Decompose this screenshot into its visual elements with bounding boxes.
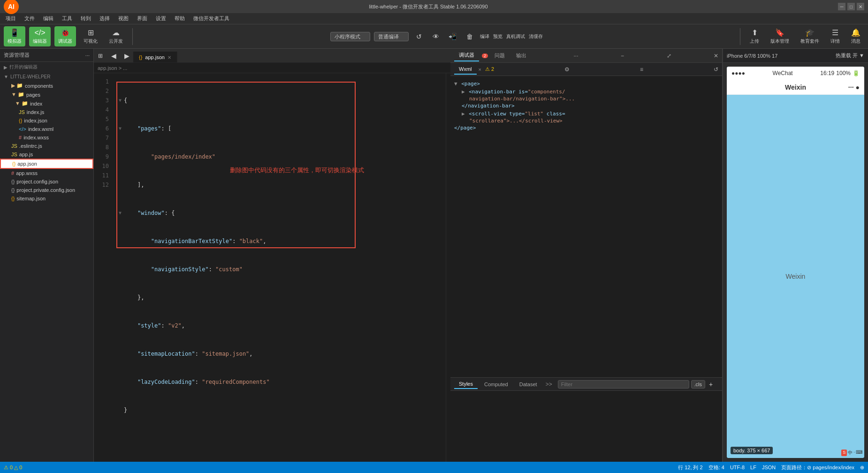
menu-file[interactable]: 文件 [21, 14, 38, 23]
collapse-4[interactable] [116, 181, 124, 189]
tab-close-button[interactable]: ✕ [168, 55, 171, 60]
collapse-9[interactable] [116, 322, 124, 329]
collapse-2[interactable]: ▼ [116, 125, 124, 132]
statusbar-encoding[interactable]: UTF-8 [730, 465, 745, 470]
menu-select[interactable]: 选择 [96, 14, 114, 23]
menu-edit[interactable]: 编辑 [39, 14, 57, 23]
statusbar-spaces[interactable]: 空格: 4 [708, 464, 724, 471]
sidebar-item-index-folder[interactable]: ▼ 📁 index [0, 99, 93, 108]
preview-icon-button[interactable]: 👁 [429, 30, 442, 43]
editor-content[interactable]: 1 2 3 4 5 6 7 8 9 10 11 12 ▼ [94, 73, 450, 462]
clear-cache-button[interactable]: 🗑 [463, 30, 476, 43]
wxml-settings-icon[interactable]: ⚙ [564, 66, 570, 73]
sidebar-item-index-js[interactable]: JS index.js [0, 108, 93, 116]
statusbar-zoom[interactable]: ⊕ [860, 465, 864, 471]
wxml-list-icon[interactable]: ≡ [640, 66, 643, 73]
styles-tab-dataset[interactable]: Dataset [515, 380, 542, 389]
close-button[interactable]: ✕ [857, 3, 864, 10]
code-content[interactable]: ▼ { ▼ "pages": [ "pages/index/index" [113, 73, 446, 462]
nav-forward-button[interactable]: ▶ [120, 49, 133, 62]
sidebar-item-app-js[interactable]: JS app.js [0, 150, 93, 159]
sidebar-item-pages[interactable]: ▼ 📁 pages [0, 90, 93, 99]
collapse-1[interactable]: ▼ [116, 97, 124, 104]
wxml-refresh-icon[interactable]: ↺ [714, 66, 718, 73]
cloud-button[interactable]: ☁ 云开发 [105, 26, 127, 46]
edu-button[interactable]: 🎓 教育套件 [797, 26, 823, 46]
debugger-tab-output[interactable]: 输出 [511, 50, 531, 61]
wxml-tab[interactable]: Wxml [454, 64, 477, 75]
tree-page-close[interactable]: </page> [454, 124, 718, 132]
compile-select[interactable]: 普通编译 [374, 32, 409, 41]
collapse-8[interactable] [116, 294, 124, 301]
mode-select[interactable]: 小程序模式 [330, 32, 370, 41]
debugger-button[interactable]: 🐞 调试器 [54, 26, 76, 46]
minimize-button[interactable]: ─ [838, 3, 845, 10]
styles-more-icon[interactable]: >> [546, 381, 552, 388]
sidebar-more-icon[interactable]: ··· [85, 53, 90, 58]
refresh-button[interactable]: ↺ [412, 30, 426, 43]
titlebar-controls[interactable]: ─ □ ✕ [838, 3, 864, 10]
statusbar-format[interactable]: JSON [762, 465, 776, 470]
simulator-button[interactable]: 📱 模拟器 [4, 26, 25, 46]
cls-button[interactable]: .cls [691, 380, 706, 389]
statusbar-line-col[interactable]: 行 12, 列 2 [678, 464, 703, 471]
wxml-tab-close[interactable]: × [479, 67, 481, 72]
real-debug-button[interactable]: 📲 [446, 30, 459, 43]
split-editor-button[interactable]: ⊞ [94, 49, 107, 62]
statusbar-line-ending[interactable]: LF [750, 465, 756, 470]
menu-interface[interactable]: 界面 [133, 14, 151, 23]
debugger-minimize-button[interactable]: − [621, 53, 624, 59]
collapse-10[interactable] [116, 350, 124, 358]
collapse-6[interactable] [116, 237, 124, 245]
collapse-12[interactable] [116, 406, 124, 414]
styles-tab-styles[interactable]: Styles [454, 380, 478, 389]
code-editor[interactable]: 1 2 3 4 5 6 7 8 9 10 11 12 ▼ [94, 73, 446, 462]
sidebar-item-app-json[interactable]: {} app.json [0, 159, 93, 169]
sidebar-item-index-json[interactable]: {} index.json [0, 116, 93, 125]
sidebar-item-index-wxml[interactable]: </> index.wxml [0, 125, 93, 133]
upload-button[interactable]: ⬆ 上传 [746, 26, 763, 46]
collapse-5[interactable]: ▼ [116, 209, 124, 217]
statusbar-warnings[interactable]: ⚠ 0 △ 0 [4, 465, 22, 471]
nav-back-button[interactable]: ◀ [107, 49, 120, 62]
sidebar-item-project-config[interactable]: {} project.config.json [0, 177, 93, 186]
editor-button[interactable]: </> 编辑器 [29, 27, 51, 46]
maximize-button[interactable]: □ [847, 3, 855, 10]
styles-tab-computed[interactable]: Computed [480, 380, 513, 389]
collapse-3[interactable] [116, 153, 124, 160]
editor-tab-app-json[interactable]: {} app.json ✕ [133, 52, 177, 62]
debugger-tab-main[interactable]: 调试器 [454, 50, 479, 61]
menu-view[interactable]: 视图 [114, 14, 132, 23]
sidebar-item-components[interactable]: ▶ 📁 components [0, 81, 93, 90]
debugger-close-button[interactable]: ✕ [714, 53, 718, 59]
tree-navbarbr[interactable]: ▶ <navigation-bar is="components/ [454, 88, 718, 96]
notification-button[interactable]: 🔔 消息 [847, 26, 864, 46]
tree-scrollview[interactable]: ▶ <scroll-view type="list" class= [454, 110, 718, 118]
collapse-7[interactable] [116, 266, 124, 273]
project-section[interactable]: ▼ LITTLE-WHELPER [0, 72, 93, 81]
menu-settings[interactable]: 设置 [152, 14, 170, 23]
nav-more-icon[interactable]: ··· [848, 84, 854, 91]
editor-scrollbar[interactable] [446, 73, 450, 462]
sidebar-item-eslint[interactable]: JS .eslintrc.js [0, 142, 93, 150]
simulator-hotspot-btn[interactable]: 热重载 开 ▼ [836, 52, 864, 59]
details-button[interactable]: ☰ 详情 [827, 26, 844, 46]
menu-goto[interactable]: 转到 [77, 14, 95, 23]
tree-collapse-scroll[interactable]: ▶ [462, 111, 465, 117]
add-style-button[interactable]: + [707, 381, 715, 388]
nav-close-icon[interactable]: ● [856, 84, 860, 91]
tree-navbarbr-close[interactable]: </navigation-bar> [454, 102, 718, 110]
menu-wechat[interactable]: 微信开发者工具 [190, 14, 233, 23]
debugger-tab-issues[interactable]: 问题 [490, 50, 510, 61]
visible-button[interactable]: ⊞ 可视化 [80, 26, 101, 46]
tree-page[interactable]: ▼ <page> [454, 80, 718, 88]
version-button[interactable]: 🔖 版本管理 [767, 26, 793, 46]
sidebar-item-app-wxss[interactable]: # app.wxss [0, 169, 93, 177]
menu-project[interactable]: 项目 [2, 14, 20, 23]
collapse-11[interactable] [116, 378, 124, 386]
tree-collapse-nav[interactable]: ▶ [462, 89, 465, 95]
sidebar-item-sitemap[interactable]: {} sitemap.json [0, 194, 93, 203]
sidebar-item-project-private[interactable]: {} project.private.config.json [0, 186, 93, 194]
debugger-options-button[interactable]: ··· [574, 53, 579, 59]
sidebar-section[interactable]: ▶ 打开的编辑器 [0, 62, 93, 72]
